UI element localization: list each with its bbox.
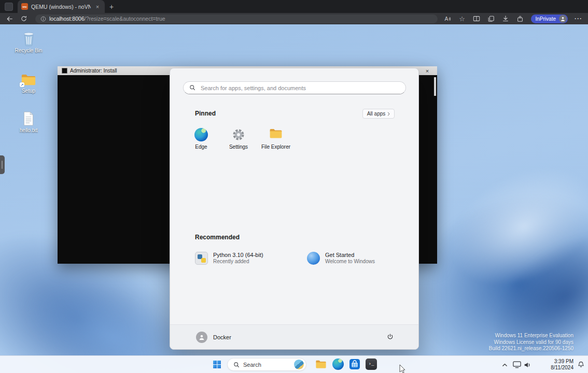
inprivate-badge[interactable]: InPrivate: [531, 15, 568, 23]
taskbar-store[interactable]: [347, 357, 362, 371]
pinned-app-label: Edge: [183, 144, 220, 150]
extensions-icon[interactable]: [516, 15, 524, 23]
clock-date: 8/11/2024: [542, 365, 573, 371]
watermark-line: Build 22621.ni_release.220506-1250: [489, 346, 573, 352]
mouse-cursor: [399, 364, 405, 373]
get-started-icon: [307, 252, 320, 265]
downloads-icon[interactable]: [502, 15, 510, 23]
pinned-app-label: File Explorer: [257, 144, 295, 150]
all-apps-label: All apps: [367, 111, 386, 117]
pinned-app-file-explorer[interactable]: File Explorer: [257, 123, 295, 159]
user-profile-button[interactable]: Docker: [196, 325, 231, 349]
text-document-icon: [13, 110, 44, 126]
taskbar-file-explorer[interactable]: [313, 357, 329, 371]
hidden-icons-chevron[interactable]: [500, 361, 509, 369]
toolbar-actions: A ☆ InPrivate ···: [444, 15, 582, 23]
recommended-heading: Recommended: [195, 234, 240, 241]
url-path: /?resize=scale&autoconnect=true: [85, 16, 165, 22]
folder-shortcut-icon: ↗: [13, 71, 44, 87]
edge-icon: [194, 128, 208, 141]
back-icon[interactable]: [5, 14, 14, 23]
novnc-control-handle[interactable]: [0, 155, 5, 174]
desktop-icon-recycle-bin[interactable]: Recycle Bin: [13, 31, 44, 53]
recycle-bin-icon: [13, 31, 44, 46]
pinned-heading: Pinned: [195, 110, 216, 117]
read-aloud-icon[interactable]: A: [444, 15, 452, 23]
tab-close-icon[interactable]: ×: [94, 4, 101, 10]
screen: vnc QEMU (windows) - noVNC × + localhost…: [0, 0, 588, 373]
desktop-icon-label: hello.txt: [13, 127, 44, 133]
start-menu: Pinned All apps Edge Settings File Explo…: [170, 68, 419, 350]
address-bar[interactable]: localhost:8006/?resize=scale&autoconnect…: [35, 15, 438, 23]
start-button[interactable]: [209, 357, 225, 371]
store-icon: [349, 358, 360, 370]
recommended-title: Get Started: [325, 252, 375, 259]
url-text: localhost:8006/?resize=scale&autoconnect…: [49, 16, 165, 22]
vnc-canvas[interactable]: Recycle Bin ↗ Setup hello.txt Administra…: [0, 24, 588, 373]
clock-time: 3:39 PM: [542, 358, 573, 365]
pinned-app-edge[interactable]: Edge: [183, 123, 220, 159]
python-icon: [195, 252, 208, 265]
windows-logo-icon: [213, 361, 221, 368]
search-highlight-image: [294, 360, 304, 369]
svg-text:A: A: [444, 16, 448, 22]
new-tab-button[interactable]: +: [109, 3, 114, 10]
desktop-icon-label: Recycle Bin: [13, 48, 44, 53]
pinned-app-label: Settings: [220, 144, 257, 150]
url-host: localhost:8006: [49, 16, 85, 22]
split-screen-icon[interactable]: [473, 15, 481, 23]
terminal-scrollbar-thumb[interactable]: [434, 77, 436, 96]
taskbar-terminal[interactable]: ›_: [363, 357, 379, 371]
site-info-icon[interactable]: [40, 16, 46, 22]
desktop-icon-hello-txt[interactable]: hello.txt: [13, 110, 44, 133]
user-avatar: [196, 332, 207, 343]
gear-icon: [232, 128, 245, 141]
taskbar-clock[interactable]: 3:39 PM 8/11/2024: [542, 358, 573, 370]
tab-favicon-icon: vnc: [21, 3, 28, 10]
search-label: Search: [243, 362, 261, 368]
user-name: Docker: [213, 334, 231, 340]
desktop-icon-label: Setup: [13, 88, 44, 94]
search-icon: [189, 84, 195, 91]
recommended-subtitle: Welcome to Windows: [325, 259, 375, 265]
profile-avatar[interactable]: [559, 15, 567, 23]
terminal-icon: ›_: [366, 358, 377, 370]
watermark-line: Windows License valid for 90 days: [489, 339, 573, 346]
start-menu-footer: Docker: [170, 324, 418, 349]
tray-volume-icon[interactable]: [523, 361, 531, 369]
recommended-title: Python 3.10 (64-bit): [213, 252, 263, 259]
recommended-subtitle: Recently added: [213, 259, 263, 265]
pinned-app-settings[interactable]: Settings: [220, 123, 257, 159]
notification-bell-icon[interactable]: [577, 361, 585, 368]
desktop-icon-setup[interactable]: ↗ Setup: [13, 71, 44, 94]
browser-toolbar: localhost:8006/?resize=scale&autoconnect…: [0, 13, 588, 24]
inprivate-label: InPrivate: [536, 16, 556, 22]
favorites-star-icon[interactable]: ☆: [458, 15, 466, 23]
taskbar-edge[interactable]: [330, 357, 346, 371]
collections-icon[interactable]: [487, 15, 495, 23]
tab-title: QEMU (windows) - noVNC: [31, 4, 91, 10]
all-apps-button[interactable]: All apps: [362, 109, 395, 119]
taskbar-search[interactable]: Search: [227, 358, 306, 371]
more-menu-icon[interactable]: ···: [575, 15, 582, 22]
browser-logo-icon[interactable]: [5, 3, 13, 11]
browser-tab-strip: vnc QEMU (windows) - noVNC × +: [0, 0, 588, 13]
power-button[interactable]: [385, 332, 395, 342]
console-icon: [62, 68, 67, 74]
edge-icon: [332, 358, 344, 370]
folder-icon: [269, 128, 283, 141]
refresh-icon[interactable]: [19, 14, 29, 23]
search-icon: [233, 362, 240, 368]
recommended-item-python[interactable]: Python 3.10 (64-bit) Recently added: [191, 246, 302, 270]
shortcut-arrow-badge: ↗: [20, 82, 24, 87]
start-search-input[interactable]: [183, 81, 406, 94]
tray-display-icon[interactable]: [512, 361, 522, 369]
windows-watermark: Windows 11 Enterprise Evaluation Windows…: [489, 333, 573, 352]
taskbar: Search ›_: [0, 355, 588, 373]
terminal-close-icon[interactable]: ×: [422, 68, 433, 74]
watermark-line: Windows 11 Enterprise Evaluation: [489, 333, 573, 339]
folder-icon: [315, 360, 327, 369]
recommended-item-get-started[interactable]: Get Started Welcome to Windows: [303, 246, 414, 270]
browser-tab[interactable]: vnc QEMU (windows) - noVNC ×: [18, 0, 105, 13]
chevron-right-icon: [387, 112, 390, 116]
